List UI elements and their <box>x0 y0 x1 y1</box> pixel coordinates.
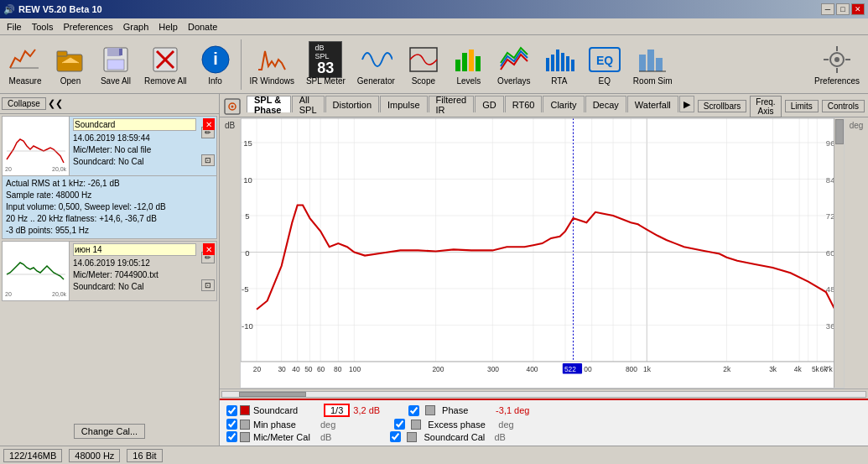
svg-text:522: 522 <box>564 365 576 373</box>
soundcard-checkbox[interactable] <box>226 405 237 416</box>
menu-graph[interactable]: Graph <box>118 20 154 34</box>
tab-spl-phase[interactable]: SPL & Phase <box>247 96 291 112</box>
preferences-button[interactable]: Preferences <box>809 41 865 87</box>
ir-windows-button[interactable]: IR Windows <box>245 41 299 87</box>
svg-rect-26 <box>647 50 654 71</box>
phase-color-box <box>425 405 435 415</box>
measurement-close-1[interactable]: ✕ <box>203 118 215 130</box>
svg-point-45 <box>231 105 234 107</box>
measurement-header: 20 20,0k 14.06.2019 18:59:44 Mic/Meter: … <box>3 117 216 175</box>
levels-button[interactable]: Levels <box>447 41 491 87</box>
save-all-icon <box>99 43 133 76</box>
svg-text:5k: 5k <box>812 365 820 373</box>
copy-icon-2[interactable]: ⊡ <box>201 279 215 291</box>
scope-label: Scope <box>412 76 435 86</box>
horizontal-scrollbar[interactable] <box>220 388 868 399</box>
spl-meter-label: SPL Meter <box>306 76 346 86</box>
generator-button[interactable]: Generator <box>352 41 400 87</box>
svg-text:300: 300 <box>487 365 499 373</box>
excess-phase-label: Excess phase <box>428 420 495 430</box>
tab-clarity[interactable]: Clarity <box>543 96 584 112</box>
info-icon: i <box>199 43 232 76</box>
limits-button[interactable]: Limits <box>785 100 819 112</box>
tab-distortion[interactable]: Distortion <box>325 96 379 112</box>
axis-controls: Scrollbars Freq. Axis Limits Controls <box>698 96 865 117</box>
micmeter-cal-checkbox[interactable] <box>226 431 237 442</box>
scroll-thumb[interactable] <box>835 119 844 144</box>
tab-decay[interactable]: Decay <box>585 96 626 112</box>
measurement-name-input-1[interactable] <box>73 118 196 131</box>
measure-button[interactable]: Measure <box>3 41 47 87</box>
open-button[interactable]: Open <box>49 41 92 87</box>
scrollbars-button[interactable]: Scrollbars <box>698 100 746 112</box>
capture-button[interactable] <box>223 96 242 117</box>
measurement-name-input-2[interactable] <box>73 243 196 256</box>
change-cal-button[interactable]: Change Cal... <box>74 424 145 439</box>
soundcard-cal-color-box <box>407 432 417 442</box>
micmeter-cal-label: Mic/Meter Cal <box>253 432 320 442</box>
min-phase-label: Min phase <box>253 420 320 430</box>
tab-all-spl[interactable]: All SPL <box>292 96 325 112</box>
save-all-label: Save All <box>101 76 131 86</box>
eq-icon: EQ <box>588 43 621 76</box>
vertical-scrollbar[interactable] <box>834 118 844 388</box>
measurement-soundcard-2: Soundcard: No Cal <box>73 281 196 293</box>
menu-tools[interactable]: Tools <box>27 20 59 34</box>
close-button[interactable]: ✕ <box>851 3 865 15</box>
controls-button[interactable]: Controls <box>822 100 865 112</box>
collapse-button[interactable]: Collapse <box>2 97 46 110</box>
tab-rt60[interactable]: RT60 <box>505 96 543 112</box>
svg-text:20,0k: 20,0k <box>52 291 67 297</box>
overlays-button[interactable]: Overlays <box>492 41 536 87</box>
restore-button[interactable]: □ <box>836 3 850 15</box>
freq-axis-button[interactable]: Freq. Axis <box>750 96 781 117</box>
menu-donate[interactable]: Donate <box>183 20 222 34</box>
svg-point-30 <box>834 57 839 62</box>
minimize-button[interactable]: ─ <box>821 3 834 15</box>
rta-button[interactable]: RTA <box>538 41 581 87</box>
svg-text:-5: -5 <box>242 284 248 294</box>
spl-meter-button[interactable]: dB SPL 83 SPL Meter <box>301 41 351 87</box>
toolbar: Measure Open Save All <box>0 35 868 94</box>
room-sim-button[interactable]: Room Sim <box>628 41 678 87</box>
soundcard-cal-checkbox[interactable] <box>390 431 401 442</box>
tab-waterfall[interactable]: Waterfall <box>627 96 678 112</box>
svg-rect-46 <box>241 118 844 388</box>
levels-label: Levels <box>456 76 481 86</box>
tab-filtered-ir[interactable]: Filtered IR <box>429 96 475 112</box>
excess-phase-checkbox[interactable] <box>394 419 405 430</box>
measurement-item: 20 20,0k 14.06.2019 18:59:44 Mic/Meter: … <box>2 116 217 239</box>
measurement-header-2: 20 20,0k 14.06.2019 19:05:12 Mic/Meter: … <box>3 242 216 300</box>
save-all-button[interactable]: Save All <box>94 41 138 87</box>
copy-icon-1[interactable]: ⊡ <box>201 154 215 166</box>
main-area: Collapse ❮❮ 20 20,0k <box>0 94 868 446</box>
min-phase-color-box <box>240 420 250 430</box>
eq-button[interactable]: EQ EQ <box>583 41 626 87</box>
svg-text:10: 10 <box>243 175 252 185</box>
phase-checkbox[interactable] <box>408 405 419 416</box>
tab-impulse[interactable]: Impulse <box>380 96 428 112</box>
scope-button[interactable]: Scope <box>402 41 445 87</box>
tab-more-button[interactable]: ▶ <box>679 96 694 112</box>
menu-help[interactable]: Help <box>153 20 183 34</box>
min-phase-checkbox[interactable] <box>226 419 237 430</box>
tab-gd[interactable]: GD <box>475 96 504 112</box>
measurement-mic-2: Mic/Meter: 7044900.txt <box>73 269 196 281</box>
svg-rect-17 <box>546 58 549 71</box>
svg-text:400: 400 <box>526 365 538 373</box>
h-scroll-thumb[interactable] <box>239 392 306 397</box>
measurement-date-1: 14.06.2019 18:59:44 <box>73 133 196 144</box>
collapse-bar: Collapse ❮❮ <box>0 94 219 114</box>
ir-windows-icon <box>255 43 288 76</box>
measure-icon <box>8 43 42 76</box>
measurement-close-2[interactable]: ✕ <box>203 243 215 255</box>
remove-all-button[interactable]: Remove All <box>139 41 192 87</box>
svg-text:40: 40 <box>292 365 300 373</box>
overlays-icon <box>497 43 531 76</box>
svg-rect-22 <box>571 60 574 71</box>
menu-preferences[interactable]: Preferences <box>58 20 117 34</box>
room-sim-label: Room Sim <box>633 76 673 86</box>
menu-file[interactable]: File <box>2 20 27 34</box>
deg-axis-label: deg <box>845 117 868 388</box>
info-button[interactable]: i Info <box>194 41 237 87</box>
